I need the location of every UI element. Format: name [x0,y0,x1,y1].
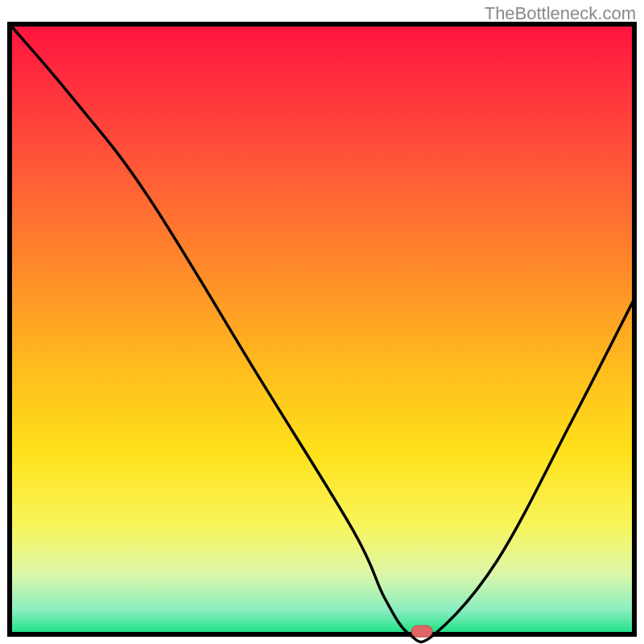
optimum-marker [411,625,432,637]
chart-stage: TheBottleneck.com [0,0,644,644]
watermark-text: TheBottleneck.com [485,3,636,24]
bottleneck-chart [0,0,644,644]
gradient-background [10,24,634,634]
